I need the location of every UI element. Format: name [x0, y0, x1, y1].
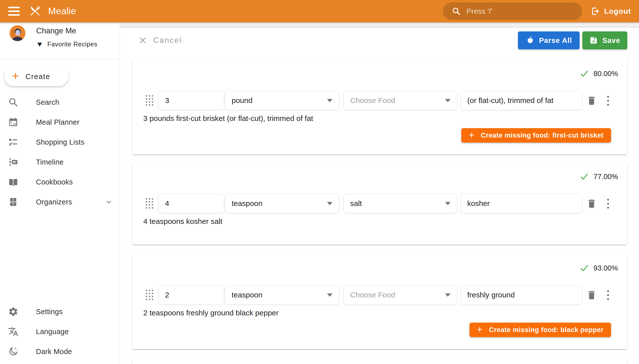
- favorite-recipes-label: Favorite Recipes: [47, 41, 97, 48]
- drag-handle-icon[interactable]: [145, 95, 154, 107]
- checklist-icon: [8, 137, 19, 147]
- quantity-input[interactable]: [158, 91, 224, 110]
- chevron-down-icon: [105, 198, 113, 206]
- plus-icon: +: [469, 130, 474, 140]
- timeline-icon: [8, 157, 19, 167]
- dropdown-arrow-icon: [327, 99, 332, 102]
- search-placeholder: Press '/': [466, 7, 493, 16]
- sidebar-item-search[interactable]: Search: [0, 92, 120, 112]
- cancel-label: Cancel: [153, 36, 182, 45]
- check-icon: [580, 69, 589, 78]
- sidebar-item-dark-mode[interactable]: Dark Mode: [0, 342, 120, 362]
- moon-icon: [8, 346, 19, 357]
- sidebar-item-shopping-lists[interactable]: Shopping Lists: [0, 132, 120, 152]
- dropdown-arrow-icon: [445, 99, 451, 102]
- ingredient-card: 77.00% teaspoon: [132, 162, 627, 244]
- unit-select[interactable]: teaspoon: [225, 194, 339, 213]
- heart-icon: ♥: [38, 40, 42, 48]
- ingredient-card-partial: [132, 358, 627, 364]
- search-input[interactable]: Press '/': [443, 2, 582, 20]
- confidence-value: 80.00%: [593, 70, 618, 78]
- sidebar-nav: Search Meal Planner S: [0, 92, 120, 212]
- dropdown-arrow-icon: [445, 202, 451, 205]
- main-content: Cancel Parse All Save: [120, 22, 639, 364]
- unit-select[interactable]: teaspoon: [225, 285, 339, 305]
- editor-toolbar: Cancel Parse All Save: [120, 32, 639, 49]
- calendar-icon: [8, 117, 19, 128]
- search-icon: [452, 7, 461, 16]
- apple-icon: [525, 36, 534, 45]
- app-title: Mealie: [48, 6, 76, 16]
- ingredient-card: 80.00% pound: [132, 59, 627, 154]
- drag-handle-icon[interactable]: [145, 289, 154, 301]
- cancel-button[interactable]: Cancel: [139, 32, 182, 49]
- save-label: Save: [602, 36, 620, 45]
- parse-all-label: Parse All: [539, 36, 572, 45]
- user-block[interactable]: Change Me ♥ Favorite Recipes: [0, 22, 120, 59]
- mealie-app: Mealie Press '/' Logout: [0, 0, 639, 364]
- search-icon: [8, 97, 19, 108]
- logout-button[interactable]: Logout: [591, 6, 631, 16]
- sidebar-item-settings[interactable]: Settings: [0, 302, 120, 322]
- user-name: Change Me: [36, 26, 76, 36]
- create-missing-food-button[interactable]: + Create missing food: black pepper: [470, 322, 611, 337]
- sidebar: Change Me ♥ Favorite Recipes + Create Se…: [0, 22, 120, 364]
- kebab-menu-icon[interactable]: [604, 198, 611, 210]
- trash-icon[interactable]: [586, 198, 597, 210]
- confidence-indicator: 93.00%: [580, 264, 618, 272]
- confidence-indicator: 80.00%: [580, 69, 618, 78]
- plus-icon: +: [477, 324, 483, 334]
- confidence-indicator: 77.00%: [580, 172, 618, 181]
- sidebar-item-cookbooks[interactable]: Cookbooks: [0, 172, 120, 192]
- kebab-menu-icon[interactable]: [604, 289, 611, 301]
- book-icon: [8, 177, 19, 187]
- logout-icon: [591, 6, 600, 16]
- translate-icon: [8, 326, 19, 337]
- check-icon: [580, 264, 589, 272]
- drag-handle-icon[interactable]: [145, 198, 154, 210]
- original-ingredient-text: 2 teaspoons freshly ground black pepper: [143, 309, 279, 317]
- original-ingredient-text: 4 teaspoons kosher salt: [143, 217, 223, 226]
- sidebar-item-organizers[interactable]: Organizers: [0, 192, 120, 212]
- sidebar-item-meal-planner[interactable]: Meal Planner: [0, 112, 120, 132]
- food-select[interactable]: Choose Food: [343, 285, 457, 305]
- trash-icon[interactable]: [586, 95, 597, 107]
- close-icon: [139, 36, 147, 44]
- plus-icon: +: [12, 70, 19, 82]
- parse-all-button[interactable]: Parse All: [518, 32, 580, 49]
- dropdown-arrow-icon: [327, 202, 332, 205]
- confidence-value: 77.00%: [593, 172, 618, 181]
- scroll-divider: [120, 22, 639, 28]
- dropdown-arrow-icon: [445, 294, 451, 297]
- save-button[interactable]: Save: [582, 32, 627, 49]
- unit-select[interactable]: pound: [225, 91, 339, 110]
- sidebar-footer-nav: Settings Language Dark Mode: [0, 302, 120, 362]
- save-icon: [589, 36, 598, 45]
- quantity-input[interactable]: [158, 194, 224, 213]
- food-select[interactable]: Choose Food: [343, 91, 457, 110]
- create-button[interactable]: + Create: [4, 67, 68, 86]
- original-ingredient-text: 3 pounds first-cut brisket (or flat-cut)…: [143, 114, 313, 123]
- avatar: [10, 25, 26, 41]
- mealie-logo-icon: [27, 4, 43, 19]
- favorite-recipes-link[interactable]: ♥ Favorite Recipes: [38, 40, 97, 48]
- confidence-value: 93.00%: [593, 264, 618, 272]
- gear-icon: [8, 306, 19, 317]
- ingredient-card: 93.00% teaspoon: [132, 254, 627, 349]
- sidebar-item-language[interactable]: Language: [0, 322, 120, 342]
- menu-icon[interactable]: [8, 7, 20, 16]
- trash-icon[interactable]: [586, 289, 597, 301]
- note-input[interactable]: [461, 91, 582, 110]
- check-icon: [580, 172, 589, 181]
- note-input[interactable]: [461, 194, 582, 213]
- note-input[interactable]: [461, 285, 582, 305]
- sidebar-item-timeline[interactable]: Timeline: [0, 152, 120, 172]
- create-missing-food-button[interactable]: + Create missing food: first-cut brisket: [461, 128, 611, 142]
- kebab-menu-icon[interactable]: [604, 95, 611, 107]
- cabinet-icon: [8, 197, 19, 207]
- quantity-input[interactable]: [158, 285, 224, 305]
- create-label: Create: [26, 72, 50, 81]
- logout-label: Logout: [604, 7, 631, 16]
- dropdown-arrow-icon: [327, 294, 332, 297]
- food-select[interactable]: salt: [343, 194, 457, 213]
